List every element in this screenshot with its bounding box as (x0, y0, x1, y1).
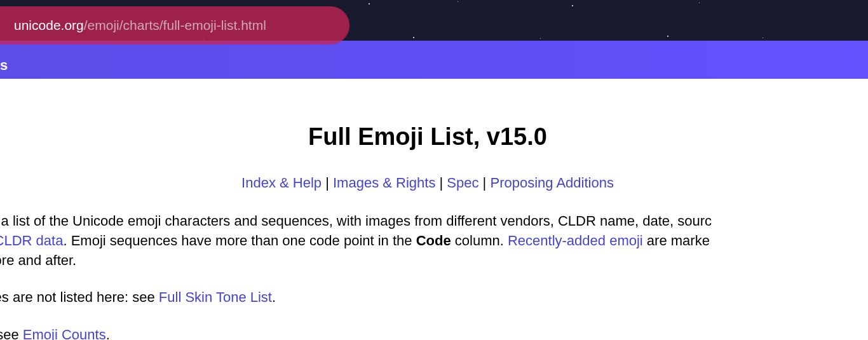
text-fragment: are marke (643, 233, 710, 248)
link-proposing-additions[interactable]: Proposing Additions (490, 175, 613, 191)
browser-chrome: unicode.org/emoji/charts/full-emoji-list… (0, 0, 868, 41)
text-bold-code: Code (416, 233, 451, 248)
url-path: /emoji/charts/full-emoji-list.html (84, 18, 266, 32)
text-fragment: . Emoji sequences have more than one cod… (63, 233, 416, 248)
nav-sep: | (322, 175, 333, 191)
text-fragment: oji, see (0, 327, 23, 340)
url-bar-highlight[interactable]: unicode.org/emoji/charts/full-emoji-list… (0, 6, 349, 44)
text-fragment: column. (451, 233, 508, 248)
nav-fragment: s (0, 46, 8, 74)
link-images-rights[interactable]: Images & Rights (333, 175, 435, 191)
text-fragment: before and after. (0, 252, 76, 268)
text-fragment: des a list of the Unicode emoji characte… (0, 213, 712, 229)
link-emoji-counts[interactable]: Emoji Counts (23, 327, 106, 340)
text-fragment: . (106, 327, 110, 340)
nav-sep: | (479, 175, 491, 191)
link-cldr-data[interactable]: de CLDR data (0, 233, 63, 248)
link-index-help[interactable]: Index & Help (241, 175, 322, 191)
url-domain: unicode.org (14, 18, 84, 32)
paragraph-3: oji, see Emoji Counts. (0, 325, 868, 340)
link-spec[interactable]: Spec (447, 175, 478, 191)
page-nav-links: Index & Help | Images & Rights | Spec | … (0, 175, 868, 191)
text-fragment: . (272, 289, 276, 305)
paragraph-1: des a list of the Unicode emoji characte… (0, 212, 868, 270)
nav-sep: | (435, 175, 447, 191)
page-content: Full Emoji List, v15.0 Index & Help | Im… (0, 79, 868, 340)
site-nav-bar: s (0, 41, 868, 79)
url-text: unicode.org/emoji/charts/full-emoji-list… (14, 18, 266, 33)
page-title: Full Emoji List, v15.0 (0, 123, 868, 151)
paragraph-2: tones are not listed here: see Full Skin… (0, 288, 868, 308)
link-recently-added[interactable]: Recently-added emoji (508, 233, 643, 248)
link-skin-tone-list[interactable]: Full Skin Tone List (159, 289, 272, 305)
text-fragment: tones are not listed here: see (0, 289, 159, 305)
